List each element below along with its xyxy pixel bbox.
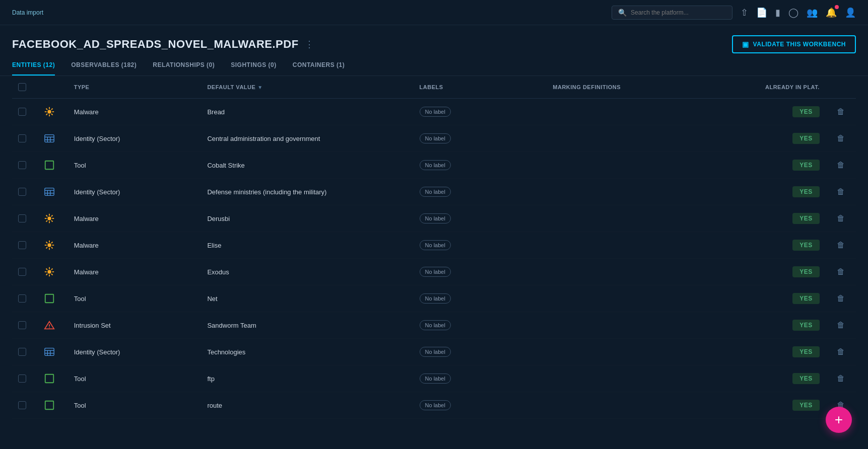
delete-icon-3[interactable]: 🗑 bbox=[837, 187, 845, 196]
svg-line-6 bbox=[51, 114, 53, 115]
type-icon-malware bbox=[42, 238, 56, 252]
row-icon-5 bbox=[36, 232, 68, 259]
row-delete-4[interactable]: 🗑 bbox=[826, 205, 856, 232]
already-badge-0: YES bbox=[792, 106, 820, 117]
row-checkbox-10[interactable] bbox=[18, 375, 26, 383]
row-checkbox-3[interactable] bbox=[18, 188, 26, 196]
topnav: Data import 🔍 ⇧ 📄 ▮ ◯ 👥 🔔 👤 bbox=[0, 0, 868, 25]
type-icon-malware bbox=[42, 211, 56, 226]
row-marking-5 bbox=[547, 232, 716, 259]
tab-entities[interactable]: ENTITIES (12) bbox=[12, 61, 55, 76]
tab-sightings[interactable]: SIGHTINGS (0) bbox=[231, 61, 277, 76]
row-type-5: Malware bbox=[68, 232, 202, 259]
delete-icon-7[interactable]: 🗑 bbox=[837, 294, 845, 303]
no-label-badge-3: No label bbox=[420, 187, 451, 197]
row-checkbox-9[interactable] bbox=[18, 348, 26, 356]
row-checkbox-5[interactable] bbox=[18, 241, 26, 249]
row-check-1 bbox=[12, 125, 36, 152]
row-checkbox-4[interactable] bbox=[18, 214, 26, 222]
row-delete-7[interactable]: 🗑 bbox=[826, 285, 856, 312]
row-icon-2 bbox=[36, 152, 68, 179]
row-checkbox-7[interactable] bbox=[18, 294, 26, 303]
svg-line-37 bbox=[46, 247, 48, 249]
svg-line-45 bbox=[51, 269, 53, 270]
table-row: Intrusion Set Sandworm Team No label YES… bbox=[12, 312, 856, 339]
fab-add-button[interactable]: + bbox=[826, 407, 852, 433]
row-icon-10 bbox=[36, 365, 68, 392]
header-default-value[interactable]: DEFAULT VALUE ▼ bbox=[201, 76, 413, 99]
search-input[interactable] bbox=[631, 9, 726, 16]
upload-icon[interactable]: ⇧ bbox=[741, 7, 748, 18]
table-row: Malware Elise No label YES 🗑 bbox=[12, 232, 856, 259]
row-checkbox-0[interactable] bbox=[18, 108, 26, 116]
delete-icon-2[interactable]: 🗑 bbox=[837, 161, 845, 169]
circle-icon[interactable]: ◯ bbox=[788, 7, 798, 18]
validate-workbench-button[interactable]: ▣ VALIDATE THIS WORKBENCH bbox=[732, 35, 856, 53]
no-label-badge-4: No label bbox=[420, 213, 451, 223]
svg-point-38 bbox=[47, 270, 51, 273]
row-marking-11 bbox=[547, 392, 716, 419]
delete-icon-4[interactable]: 🗑 bbox=[837, 214, 845, 222]
people-icon[interactable]: 👥 bbox=[807, 7, 818, 18]
import-icon[interactable]: 📄 bbox=[756, 7, 767, 18]
row-delete-5[interactable]: 🗑 bbox=[826, 232, 856, 259]
row-labels-0: No label bbox=[414, 99, 547, 125]
row-labels-11: No label bbox=[414, 392, 547, 419]
row-delete-8[interactable]: 🗑 bbox=[826, 312, 856, 339]
row-delete-9[interactable]: 🗑 bbox=[826, 339, 856, 365]
tab-containers[interactable]: CONTAINERS (1) bbox=[293, 61, 345, 76]
no-label-badge-0: No label bbox=[420, 107, 451, 117]
delete-icon-9[interactable]: 🗑 bbox=[837, 347, 845, 356]
already-badge-2: YES bbox=[792, 160, 820, 171]
delete-icon-8[interactable]: 🗑 bbox=[837, 321, 845, 329]
row-labels-6: No label bbox=[414, 259, 547, 285]
bell-icon[interactable]: 🔔 bbox=[826, 7, 837, 18]
svg-rect-9 bbox=[45, 135, 54, 142]
row-checkbox-2[interactable] bbox=[18, 161, 26, 169]
more-options-icon[interactable]: ⋮ bbox=[305, 39, 314, 50]
chart-icon[interactable]: ▮ bbox=[775, 7, 780, 18]
no-label-badge-7: No label bbox=[420, 293, 451, 304]
row-delete-6[interactable]: 🗑 bbox=[826, 259, 856, 285]
search-icon: 🔍 bbox=[618, 9, 627, 17]
no-label-badge-6: No label bbox=[420, 267, 451, 277]
row-delete-0[interactable]: 🗑 bbox=[826, 99, 856, 125]
svg-rect-56 bbox=[45, 375, 54, 383]
row-check-10 bbox=[12, 365, 36, 392]
table-row: Tool ftp No label YES 🗑 bbox=[12, 365, 856, 392]
table-body: Malware Bread No label YES 🗑 bbox=[12, 99, 856, 419]
type-icon-malware bbox=[42, 105, 56, 119]
row-delete-2[interactable]: 🗑 bbox=[826, 152, 856, 179]
delete-icon-1[interactable]: 🗑 bbox=[837, 134, 845, 142]
select-all-checkbox[interactable] bbox=[18, 83, 26, 91]
row-already-2: YES bbox=[716, 152, 826, 179]
row-default-7: Net bbox=[201, 285, 413, 312]
row-delete-10[interactable]: 🗑 bbox=[826, 365, 856, 392]
row-delete-1[interactable]: 🗑 bbox=[826, 125, 856, 152]
table-header-row: TYPE DEFAULT VALUE ▼ LABELS MARKING DEFI… bbox=[12, 76, 856, 99]
delete-icon-10[interactable]: 🗑 bbox=[837, 374, 845, 383]
row-already-3: YES bbox=[716, 179, 826, 205]
row-check-8 bbox=[12, 312, 36, 339]
svg-rect-15 bbox=[45, 188, 54, 196]
search-box[interactable]: 🔍 bbox=[612, 6, 732, 20]
data-import-link[interactable]: Data import bbox=[12, 9, 43, 16]
row-checkbox-6[interactable] bbox=[18, 268, 26, 276]
user-icon[interactable]: 👤 bbox=[845, 7, 856, 18]
row-checkbox-11[interactable] bbox=[18, 401, 26, 409]
row-checkbox-1[interactable] bbox=[18, 134, 26, 142]
delete-icon-0[interactable]: 🗑 bbox=[837, 107, 845, 116]
row-delete-3[interactable]: 🗑 bbox=[826, 179, 856, 205]
row-checkbox-8[interactable] bbox=[18, 321, 26, 329]
tab-observables[interactable]: OBSERVABLES (182) bbox=[71, 61, 137, 76]
delete-icon-5[interactable]: 🗑 bbox=[837, 241, 845, 249]
row-already-7: YES bbox=[716, 285, 826, 312]
row-default-10: ftp bbox=[201, 365, 413, 392]
row-marking-10 bbox=[547, 365, 716, 392]
no-label-badge-5: No label bbox=[420, 240, 451, 250]
table-row: Identity (Sector) Central administration… bbox=[12, 125, 856, 152]
row-labels-4: No label bbox=[414, 205, 547, 232]
delete-icon-6[interactable]: 🗑 bbox=[837, 267, 845, 276]
tab-relationships[interactable]: RELATIONSHIPS (0) bbox=[153, 61, 215, 76]
type-icon-tool bbox=[42, 371, 56, 386]
